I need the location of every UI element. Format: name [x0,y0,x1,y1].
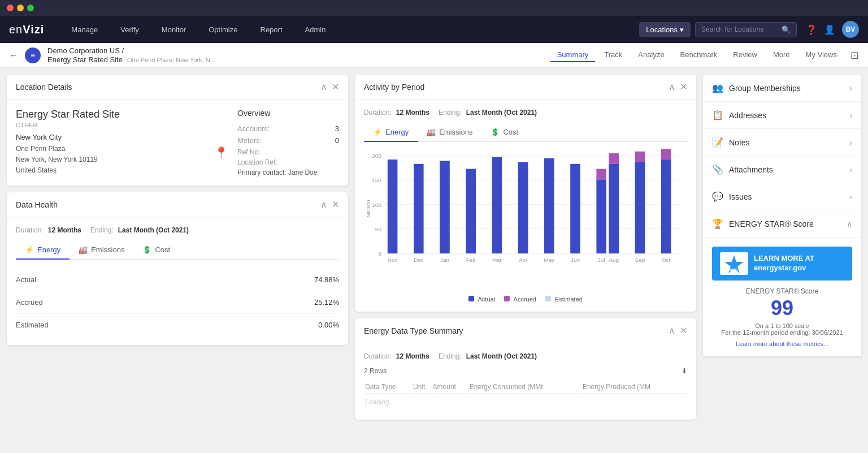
svg-rect-26 [661,149,671,159]
nav-optimize[interactable]: Optimize [204,23,242,36]
addresses-section[interactable]: 📋 Addresses › [703,102,861,129]
es-learn-more-link[interactable]: Learn more about these metrics... [712,340,852,347]
activity-tabs: ⚡ Energy 🏭 Emissions 💲 Cost [364,123,687,142]
issues-label: Issues [729,192,849,201]
group-memberships-section[interactable]: 👥 Group Memberships › [703,75,861,102]
minimize-window-button[interactable] [17,5,24,11]
tab-benchmark[interactable]: Benchmark [674,48,724,62]
window-controls [7,5,34,11]
location-details-title: Location Details [16,83,72,92]
user-avatar[interactable]: BV [842,21,859,38]
svg-text:Jan: Jan [440,257,449,263]
addresses-icon: 📋 [712,110,723,120]
svg-text:200: 200 [372,153,381,159]
location-main-info: Energy Star Rated Site OTHER New York Ci… [16,109,228,176]
activity-tab-cost[interactable]: 💲 Cost [481,123,527,142]
dropdown-arrow-icon: ▾ [680,25,684,34]
sub-nav: Summary Track Analyze Benchmark Review M… [550,48,859,62]
energy-data-summary-card: Energy Data Type Summary ∧ ✕ Duration: 1… [355,318,696,420]
activity-tab-emissions[interactable]: 🏭 Emissions [418,123,481,142]
actual-row: Actual 74.88% [16,269,339,291]
estimated-row: Estimated 0.00% [16,314,339,336]
col-data-type: Data Type [365,381,412,394]
emissions-icon: 🏭 [79,245,88,254]
nav-monitor[interactable]: Monitor [157,23,190,36]
close-window-button[interactable] [7,5,14,11]
svg-text:Jul: Jul [598,257,605,263]
close-energy-summary[interactable]: ✕ [680,325,687,336]
tab-more[interactable]: More [766,48,797,62]
svg-text:Sep: Sep [635,257,645,263]
search-icon[interactable]: 🔍 [782,25,791,34]
nav-verify[interactable]: Verify [116,23,144,36]
tab-energy[interactable]: ⚡ Energy [16,241,70,260]
collapse-energy-summary[interactable]: ∧ [669,325,675,336]
issues-icon: 💬 [712,191,723,202]
collapse-button[interactable]: ∧ [320,81,327,92]
nav-report[interactable]: Report [256,23,287,36]
location-details-header: Location Details ∧ ✕ [7,75,348,100]
activity-title: Activity by Period [364,83,424,92]
energy-summary-body: Duration: 12 Months Ending: Last Month (… [355,343,696,420]
nav-manage[interactable]: Manage [67,23,102,36]
download-icon[interactable]: ⬇ [682,367,687,375]
estimated-legend-dot [545,296,551,301]
col-unit: Unit [413,381,432,394]
menu-button[interactable]: ≡ [25,48,41,63]
data-health-body: Duration: 12 Months Ending: Last Month (… [7,217,348,345]
svg-rect-16 [518,162,528,254]
meters-row: Meters: 0 [237,136,339,145]
accrued-row: Accrued 25.12% [16,291,339,314]
close-data-health[interactable]: ✕ [332,199,339,210]
tab-review[interactable]: Review [726,48,764,62]
attachments-section[interactable]: 📎 Attachments › [703,156,861,183]
people-icon[interactable]: 👤 [824,24,835,35]
col-consumed: Energy Consumed (MMt [470,381,581,394]
attachments-icon: 📎 [712,164,723,175]
svg-rect-19 [596,179,606,253]
maximize-window-button[interactable] [27,5,34,11]
svg-text:Nov: Nov [388,257,398,263]
data-health-duration: Duration: 12 Months Ending: Last Month (… [16,226,339,234]
collapse-activity[interactable]: ∧ [669,81,675,92]
location-name: Energy Star Rated Site [16,109,228,120]
tab-summary[interactable]: Summary [550,48,596,62]
energy-star-section-header[interactable]: 🏆 ENERGY STAR® Score ∧ [703,210,861,238]
notes-section[interactable]: 📝 Notes › [703,129,861,156]
activity-energy-icon: ⚡ [373,128,382,136]
expand-icon[interactable]: ⊡ [850,49,859,62]
svg-text:50: 50 [375,226,382,232]
cost-icon: 💲 [142,245,151,254]
collapse-data-health[interactable]: ∧ [320,199,327,210]
svg-text:Mar: Mar [492,257,502,263]
location-city: New York City [16,133,228,141]
tab-myviews[interactable]: My Views [799,48,844,62]
location-search[interactable]: Search for Locations 🔍 [695,22,797,37]
svg-text:ENERGY: ENERGY [728,268,740,271]
breadcrumb-parent[interactable]: Demo Corporation US / [47,46,215,55]
data-health-title: Data Health [16,200,58,209]
close-activity[interactable]: ✕ [680,81,687,92]
issues-section[interactable]: 💬 Issues › [703,183,861,210]
tab-analyze[interactable]: Analyze [631,48,671,62]
actual-legend-dot [468,296,474,301]
back-button[interactable]: ← [9,50,18,61]
energy-summary-controls: ∧ ✕ [669,325,687,336]
svg-text:0: 0 [378,251,381,257]
locations-dropdown[interactable]: Locations ▾ [639,22,691,37]
data-health-controls: ∧ ✕ [320,199,339,210]
tab-cost[interactable]: 💲 Cost [133,241,179,260]
nav-admin[interactable]: Admin [301,23,331,36]
es-period-label: For the 12-month period ending: 30/06/20… [712,329,852,336]
activity-tab-energy[interactable]: ⚡ Energy [364,123,418,142]
help-icon[interactable]: ❓ [806,24,817,35]
location-details-controls: ∧ ✕ [320,81,339,92]
chart-svg: 200 150 100 50 0 MMBtu [364,146,687,290]
energy-bolt-icon: ⚡ [25,245,34,254]
breadcrumb: Demo Corporation US / Energy Star Rated … [47,46,215,64]
close-button[interactable]: ✕ [332,81,339,92]
tab-track[interactable]: Track [597,48,629,62]
svg-text:Jun: Jun [571,257,580,263]
tab-emissions[interactable]: 🏭 Emissions [70,241,133,260]
svg-rect-18 [570,164,580,253]
